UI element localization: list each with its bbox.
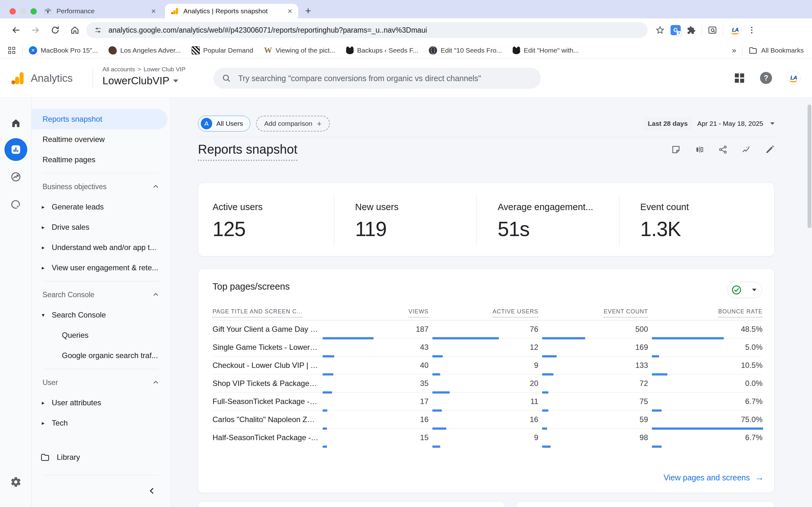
window-controls[interactable]: [9, 8, 37, 14]
bookmark-label: Edit "10 Seeds Fro...: [441, 47, 502, 54]
chrome-menu-icon[interactable]: [747, 26, 756, 35]
reload-icon[interactable]: [47, 22, 63, 38]
sidebar-item-understand-web-and-or-app-t-[interactable]: ▸Understand web and/or app t...: [32, 237, 169, 258]
sidebar-item-library[interactable]: Library: [32, 447, 169, 467]
reports-nav-icon[interactable]: [4, 138, 27, 161]
sidebar-subitem-google-organic-search-traf-[interactable]: Google organic search traf...: [32, 345, 169, 366]
side-panel-search-icon[interactable]: [708, 25, 717, 35]
property-name: LowerClubVIP: [102, 75, 169, 87]
row-page-title: Single Game Tickets - Lower C...: [212, 338, 319, 356]
bookmark-item[interactable]: MacBook Pro 15"...: [29, 46, 98, 55]
metric-value: 125: [212, 217, 334, 241]
section-search-console[interactable]: Search Console: [32, 285, 169, 305]
profile-avatar[interactable]: LA: [729, 24, 742, 37]
ga-profile-avatar[interactable]: LA: [786, 71, 801, 85]
sidebar-item-realtime-overview[interactable]: Realtime overview: [32, 129, 169, 150]
compare-reports-icon[interactable]: [695, 145, 704, 154]
extensions-icon[interactable]: [687, 25, 696, 35]
section-business-objectives[interactable]: Business objectives: [32, 176, 169, 197]
sidebar-item-view-user-engagement-rete-[interactable]: ▸View user engagement & rete...: [32, 258, 169, 278]
new-tab-button[interactable]: +: [305, 6, 311, 16]
url-text[interactable]: analytics.google.com/analytics/web/#/p42…: [108, 26, 427, 35]
row-page-title: Carlos "Chalito" Napoleon Zuni...: [212, 411, 319, 429]
column-header[interactable]: PAGE TITLE AND SCREEN C...: [212, 308, 319, 318]
table-row[interactable]: Checkout - Lower Club VIP | St...4091331…: [212, 356, 762, 375]
sidebar-item-realtime-pages[interactable]: Realtime pages: [32, 150, 169, 170]
bookmark-item[interactable]: Los Angeles Adver...: [108, 46, 181, 55]
bookmark-item[interactable]: Viewing of the pict...: [264, 46, 335, 55]
view-pages-link[interactable]: View pages and screens →: [664, 472, 764, 483]
explore-nav-icon[interactable]: [10, 199, 21, 210]
table-row[interactable]: Full-SeasonTicket Package - L...1711756.…: [212, 393, 762, 411]
forward-icon[interactable]: [27, 22, 44, 38]
tab-title: Analytics | Reports snapshot: [183, 7, 268, 15]
next-card-partial: [198, 501, 505, 507]
sidebar-item-search-console[interactable]: ▾ Search Console: [32, 305, 169, 325]
overflow-bookmarks-icon[interactable]: »: [732, 46, 735, 55]
ga-search-bar[interactable]: Try searching "compare conversions from …: [213, 68, 541, 89]
collapse-sidebar-icon[interactable]: [147, 486, 157, 496]
bookmark-label: Edit "Home" with...: [524, 47, 579, 54]
close-tab-icon[interactable]: ✕: [287, 8, 293, 15]
tab-analytics[interactable]: Analytics | Reports snapshot ✕: [165, 4, 298, 18]
column-header-label: VIEWS: [409, 308, 428, 318]
all-bookmarks-button[interactable]: All Bookmarks: [749, 46, 804, 55]
column-header[interactable]: BOUNCE RATE: [652, 308, 763, 318]
advertising-nav-icon[interactable]: [10, 171, 21, 182]
bookmark-item[interactable]: Popular Demand: [192, 46, 253, 55]
bookmark-item[interactable]: Edit "Home" with...: [513, 47, 579, 54]
all-users-segment-chip[interactable]: A All Users: [198, 116, 250, 131]
data-quality-button[interactable]: [727, 282, 762, 298]
date-range-picker[interactable]: Last 28 days Apr 21 - May 18, 2025: [643, 117, 774, 130]
table-row[interactable]: Carlos "Chalito" Napoleon Zuni...1616597…: [212, 411, 762, 429]
sidebar-item-tech[interactable]: ▸Tech: [32, 413, 169, 433]
insights-icon[interactable]: [742, 145, 751, 154]
tab-performance[interactable]: Performance ✕: [38, 4, 162, 18]
section-user[interactable]: User: [32, 372, 169, 393]
translate-icon[interactable]: G: [670, 25, 681, 35]
main-content: A All Users Add comparison + Last 28 day…: [169, 98, 812, 507]
table-row[interactable]: Gift Your Client a Game Day Ex...1877650…: [212, 320, 762, 338]
share-icon[interactable]: [718, 145, 728, 154]
zoom-window-button[interactable]: [31, 8, 37, 14]
cell-views: 40: [322, 356, 428, 374]
table-row[interactable]: Half-SeasonTicket Package - ...159986.7%: [212, 429, 762, 447]
sidebar-item-reports-snapshot[interactable]: Reports snapshot: [32, 109, 167, 129]
minimize-window-button[interactable]: [20, 8, 26, 14]
chevron-up-icon: [152, 291, 160, 299]
column-header[interactable]: VIEWS: [322, 308, 428, 318]
metric-active-users: Active users125: [198, 183, 334, 256]
home-nav-icon[interactable]: [10, 118, 21, 129]
add-comparison-button[interactable]: Add comparison +: [256, 116, 330, 131]
bookmark-star-icon[interactable]: [655, 25, 665, 35]
account-switcher[interactable]: All accounts > Lower Club VIP LowerClubV…: [102, 66, 186, 87]
cell-views: 35: [322, 375, 428, 392]
column-header[interactable]: EVENT COUNT: [542, 308, 648, 318]
bookmark-item[interactable]: Backups ‹ Seeds F...: [346, 47, 418, 54]
url-bar[interactable]: analytics.google.com/analytics/web/#/p42…: [86, 22, 648, 38]
row-page-title: Shop VIP Tickets & Packages |...: [212, 375, 319, 392]
diagnostics-grid-icon[interactable]: [733, 72, 745, 84]
sidebar-item-generate-leads[interactable]: ▸Generate leads: [32, 197, 169, 217]
sidebar-subitem-queries[interactable]: Queries: [32, 325, 169, 345]
apps-grid-icon[interactable]: [8, 47, 15, 54]
note-icon[interactable]: [671, 145, 681, 154]
sidebar-item-drive-sales[interactable]: ▸Drive sales: [32, 217, 169, 237]
cell-event_count: 169: [542, 338, 648, 356]
site-info-icon[interactable]: [94, 26, 102, 34]
help-icon[interactable]: ?: [760, 72, 772, 84]
table-row[interactable]: Shop VIP Tickets & Packages |...3520720.…: [212, 375, 762, 393]
analytics-logo-icon[interactable]: [10, 71, 25, 86]
page-scrollbar[interactable]: [808, 105, 811, 228]
column-header[interactable]: ACTIVE USERS: [432, 308, 538, 318]
close-tab-icon[interactable]: ✕: [151, 8, 156, 15]
close-window-button[interactable]: [9, 8, 16, 14]
edit-pencil-icon[interactable]: [765, 145, 774, 154]
bookmark-item[interactable]: Edit "10 Seeds Fro...: [429, 46, 502, 55]
back-icon[interactable]: [8, 22, 24, 38]
admin-gear-icon[interactable]: [10, 476, 21, 488]
sidebar-item-user-attributes[interactable]: ▸User attributes: [32, 393, 169, 413]
table-row[interactable]: Single Game Tickets - Lower C...43121695…: [212, 338, 762, 356]
sidebar-item-label: Understand web and/or app t...: [52, 243, 156, 252]
home-icon[interactable]: [67, 22, 83, 38]
